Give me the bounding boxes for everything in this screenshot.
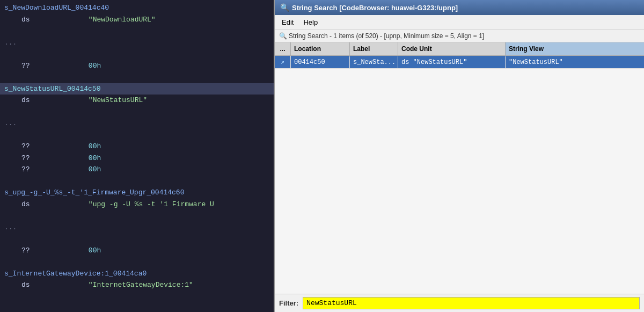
code-blank xyxy=(0,71,274,83)
code-firmware-label: s_upg_-g_-U_%s_-t_'1_Firmware_Upgr_00414… xyxy=(0,187,274,199)
col-header-label[interactable]: Label xyxy=(350,42,398,55)
menu-help[interactable]: Help xyxy=(298,16,323,28)
row-codeunit: ds "NewStatusURL" xyxy=(398,56,506,68)
filter-bar: Filter: xyxy=(275,294,644,312)
code-blank xyxy=(0,176,274,187)
col-header-location[interactable]: Location xyxy=(291,42,350,55)
dialog-title-bar: 🔍 String Search [CodeBrowser: huawei-G32… xyxy=(275,0,644,15)
dialog-title: String Search [CodeBrowser: huawei-G323:… xyxy=(292,4,458,12)
table-header: ... Location Label Code Unit String View xyxy=(275,42,644,56)
string-search-dialog: 🔍 String Search [CodeBrowser: huawei-G32… xyxy=(274,0,644,312)
row-label: s_NewSta... xyxy=(350,56,398,68)
col-header-codeunit[interactable]: Code Unit xyxy=(398,42,506,55)
code-blank xyxy=(0,106,274,118)
filter-input[interactable] xyxy=(303,297,640,309)
menu-bar: Edit Help xyxy=(275,15,644,30)
code-blank xyxy=(0,48,274,60)
code-hex-line3: ?? 00h xyxy=(0,153,274,164)
filter-label: Filter: xyxy=(279,299,298,307)
code-firmware-directive: ds "upg -g -U %s -t '1 Firmware U xyxy=(0,199,274,211)
row-stringview: "NewStatusURL" xyxy=(506,56,644,68)
code-blank xyxy=(0,129,274,141)
code-dots-line3: ... xyxy=(0,222,274,234)
code-internet-label: s_InternetGatewayDevice:1_00414ca0 xyxy=(0,268,274,280)
code-blank xyxy=(0,256,274,268)
code-hex-line: ?? 00h xyxy=(0,60,274,72)
code-hex-line4: ?? 00h xyxy=(0,164,274,176)
code-view-panel: s_NewDownloadURL_00414c40 ds "NewDownloa… xyxy=(0,0,274,312)
table-row[interactable]: ↗ 00414c50 s_NewSta... ds "NewStatusURL"… xyxy=(275,56,644,69)
info-bar: 🔍 String Search - 1 items (of 520) - [up… xyxy=(275,30,644,42)
dialog-icon: 🔍 xyxy=(280,3,289,12)
bookmark-arrow-icon: ↗ xyxy=(281,59,284,66)
results-table-container: ... Location Label Code Unit String View… xyxy=(275,42,644,294)
code-label-line: s_NewDownloadURL_00414c40 xyxy=(0,2,274,14)
row-arrow-cell: ↗ xyxy=(275,56,291,68)
code-blank xyxy=(0,25,274,37)
code-directive-line2: ds "NewStatusURL" xyxy=(0,95,274,106)
info-icon: 🔍 xyxy=(279,32,287,40)
code-highlighted-label: s_NewStatusURL_00414c50 xyxy=(0,83,274,95)
menu-edit[interactable]: Edit xyxy=(277,16,298,28)
col-header-dots: ... xyxy=(275,42,291,55)
code-blank xyxy=(0,210,274,222)
table-body: ↗ 00414c50 s_NewSta... ds "NewStatusURL"… xyxy=(275,56,644,294)
code-hex-line2: ?? 00h xyxy=(0,141,274,153)
code-dots-line: ... xyxy=(0,37,274,49)
code-blank xyxy=(0,233,274,245)
code-hex-line5: ?? 00h xyxy=(0,245,274,257)
row-location: 00414c50 xyxy=(291,56,350,68)
code-internet-directive: ds "InternetGatewayDevice:1" xyxy=(0,279,274,291)
info-text: String Search - 1 items (of 520) - [upnp… xyxy=(289,32,484,40)
col-header-stringview[interactable]: String View xyxy=(506,42,644,55)
code-dots-line2: ... xyxy=(0,118,274,129)
code-directive-line: ds "NewDownloadURL" xyxy=(0,14,274,26)
